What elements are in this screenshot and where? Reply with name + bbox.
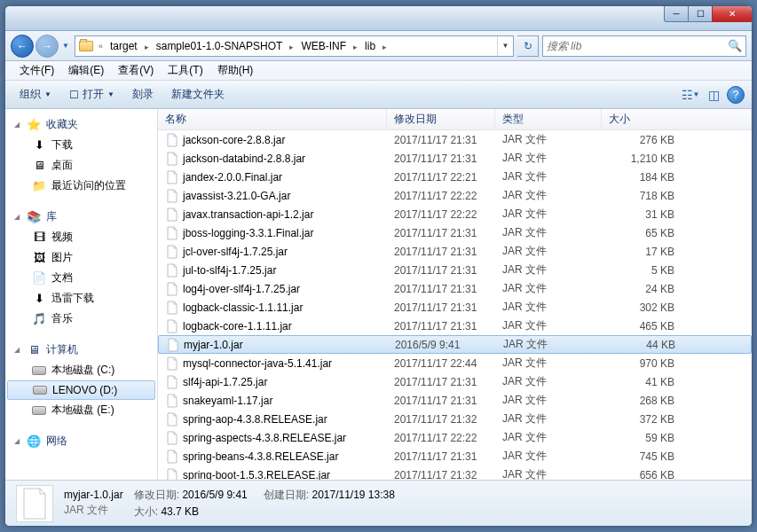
file-name: spring-aop-4.3.8.RELEASE.jar [183, 413, 327, 426]
file-row[interactable]: jul-to-slf4j-1.7.25.jar2017/11/17 21:31J… [158, 261, 752, 279]
file-row[interactable]: mysql-connector-java-5.1.41.jar2017/11/1… [158, 354, 752, 372]
file-row[interactable]: logback-classic-1.1.11.jar2017/11/17 21:… [158, 298, 752, 317]
sidebar-group-header[interactable]: ◢🖥计算机 [5, 340, 157, 360]
file-list[interactable]: jackson-core-2.8.8.jar2017/11/17 21:31JA… [158, 130, 752, 480]
search-box[interactable]: 🔍 [542, 35, 746, 57]
new-folder-button[interactable]: 新建文件夹 [164, 83, 232, 106]
file-row[interactable]: snakeyaml-1.17.jar2017/11/17 21:31JAR 文件… [158, 391, 752, 410]
menu-help[interactable]: 帮助(H) [210, 61, 261, 80]
column-type[interactable]: 类型 [495, 109, 602, 129]
chevron-right-icon[interactable]: ▸ [143, 43, 151, 51]
organize-button[interactable]: 组织▼ [12, 83, 59, 106]
sidebar-group-header[interactable]: ◢🌐网络 [5, 431, 157, 451]
chevron-right-icon[interactable]: ▸ [381, 43, 389, 51]
file-size: 5 KB [602, 264, 682, 277]
back-button[interactable]: ← [11, 35, 34, 58]
preview-pane-button[interactable]: ◫ [704, 85, 723, 105]
sidebar-item[interactable]: ⬇迅雷下载 [5, 288, 157, 309]
sidebar-item[interactable]: 本地磁盘 (C:) [5, 360, 157, 380]
status-modified-value: 2016/5/9 9:41 [182, 489, 247, 501]
file-size: 41 KB [602, 376, 682, 388]
view-options-button[interactable]: ☷ ▼ [681, 85, 700, 105]
history-dropdown[interactable]: ▼ [60, 37, 71, 55]
sidebar-item[interactable]: 🖼图片 [5, 247, 157, 268]
menu-tools[interactable]: 工具(T) [161, 61, 209, 80]
file-icon [165, 356, 179, 371]
file-row[interactable]: spring-aspects-4.3.8.RELEASE.jar2017/11/… [158, 428, 752, 447]
search-icon[interactable]: 🔍 [728, 39, 742, 52]
status-filename: myjar-1.0.jar [64, 489, 123, 501]
file-row[interactable]: logback-core-1.1.11.jar2017/11/17 21:31J… [158, 317, 752, 335]
file-date: 2017/11/17 21:31 [387, 395, 495, 407]
column-size[interactable]: 大小 [602, 109, 752, 129]
file-icon [165, 319, 179, 333]
file-type: JAR 文件 [495, 207, 602, 222]
minimize-button[interactable]: ─ [664, 6, 689, 22]
file-row[interactable]: slf4j-api-1.7.25.jar2017/11/17 21:31JAR … [158, 372, 752, 391]
file-row[interactable]: jackson-databind-2.8.8.jar2017/11/17 21:… [158, 149, 752, 168]
sidebar-item[interactable]: 📄文档 [5, 268, 157, 288]
file-row[interactable]: spring-boot-1.5.3.RELEASE.jar2017/11/17 … [158, 466, 752, 480]
breadcrumb-item[interactable]: sample01-1.0-SNAPSHOT [151, 40, 288, 52]
menu-view[interactable]: 查看(V) [111, 61, 161, 80]
file-size: 302 KB [602, 301, 682, 314]
burn-button[interactable]: 刻录 [125, 83, 161, 106]
sidebar-item[interactable]: 本地磁盘 (E:) [5, 400, 157, 420]
sidebar-item[interactable]: 🎵音乐 [5, 309, 157, 329]
breadcrumb-item[interactable]: target [105, 40, 143, 52]
address-dropdown[interactable]: ▼ [497, 36, 513, 56]
folder-icon [77, 37, 95, 55]
close-button[interactable]: ✕ [712, 6, 753, 22]
file-row[interactable]: javassist-3.21.0-GA.jar2017/11/17 22:22J… [158, 186, 752, 205]
open-button[interactable]: ☐ 打开▼ [62, 83, 122, 106]
maximize-button[interactable]: ☐ [688, 6, 713, 22]
file-type: JAR 文件 [495, 244, 602, 259]
file-row[interactable]: javax.transaction-api-1.2.jar2017/11/17 … [158, 205, 752, 223]
search-input[interactable] [547, 40, 728, 52]
file-date: 2017/11/17 21:31 [387, 301, 495, 314]
file-date: 2017/11/17 21:31 [387, 320, 495, 332]
sidebar-item[interactable]: ⬇下载 [5, 135, 157, 155]
file-row[interactable]: spring-beans-4.3.8.RELEASE.jar2017/11/17… [158, 447, 752, 466]
chevron-right-icon[interactable]: ▸ [351, 43, 359, 51]
file-date: 2017/11/17 21:31 [387, 246, 495, 258]
sidebar-item[interactable]: LENOVO (D:) [7, 380, 155, 400]
column-name[interactable]: 名称 [158, 109, 387, 129]
file-type: JAR 文件 [496, 337, 603, 352]
refresh-button[interactable]: ↻ [517, 35, 539, 57]
file-date: 2017/11/17 21:31 [387, 153, 495, 165]
column-date[interactable]: 修改日期 [387, 109, 495, 129]
file-icon [165, 468, 179, 481]
file-type: JAR 文件 [495, 169, 602, 184]
file-size: 1,210 KB [602, 153, 682, 165]
sidebar-item[interactable]: 🖥桌面 [5, 155, 157, 176]
status-modified-label: 修改日期: [134, 489, 179, 501]
navbar: ← → ▼ « target▸sample01-1.0-SNAPSHOT▸WEB… [5, 31, 752, 61]
file-row[interactable]: jcl-over-slf4j-1.7.25.jar2017/11/17 21:3… [158, 242, 752, 261]
breadcrumb-item[interactable]: WEB-INF [296, 40, 351, 52]
help-button[interactable]: ? [727, 86, 745, 104]
file-icon [166, 338, 180, 352]
forward-button[interactable]: → [35, 35, 59, 58]
file-date: 2017/11/17 21:31 [387, 227, 495, 239]
sidebar-item[interactable]: 🎞视频 [5, 227, 157, 247]
file-row[interactable]: spring-aop-4.3.8.RELEASE.jar2017/11/17 2… [158, 410, 752, 428]
file-row[interactable]: jandex-2.0.0.Final.jar2017/11/17 22:21JA… [158, 168, 752, 186]
breadcrumb-item[interactable]: lib [359, 40, 381, 52]
menu-edit[interactable]: 编辑(E) [61, 61, 111, 80]
file-icon [165, 394, 179, 408]
sidebar-group-header[interactable]: ◢⭐收藏夹 [5, 114, 157, 135]
sidebar-group-header[interactable]: ◢📚库 [5, 207, 157, 227]
menu-file[interactable]: 文件(F) [12, 61, 61, 80]
file-row[interactable]: jackson-core-2.8.8.jar2017/11/17 21:31JA… [158, 130, 752, 149]
address-bar[interactable]: « target▸sample01-1.0-SNAPSHOT▸WEB-INF▸l… [75, 35, 514, 57]
file-size: 17 KB [602, 246, 682, 258]
file-row[interactable]: log4j-over-slf4j-1.7.25.jar2017/11/17 21… [158, 279, 752, 298]
chevron-icon[interactable]: « [97, 42, 105, 51]
sidebar-item[interactable]: 📁最近访问的位置 [5, 176, 157, 196]
file-size: 44 KB [603, 339, 682, 351]
file-type: JAR 文件 [495, 188, 602, 203]
file-type: JAR 文件 [495, 430, 602, 445]
file-row[interactable]: myjar-1.0.jar2016/5/9 9:41JAR 文件44 KB [158, 335, 752, 354]
file-row[interactable]: jboss-logging-3.3.1.Final.jar2017/11/17 … [158, 223, 752, 242]
